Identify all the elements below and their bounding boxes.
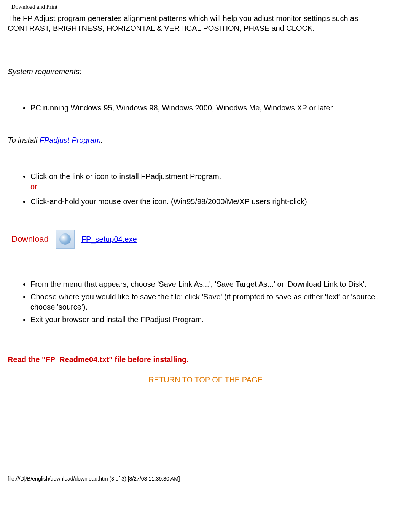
list-item: Exit your browser and install the FPadju… [30, 315, 403, 325]
intro-paragraph: The FP Adjust program generates alignmen… [8, 13, 403, 33]
post-download-list: From the menu that appears, choose 'Save… [8, 272, 403, 325]
install-steps-list: Click on the link or icon to install FPa… [8, 164, 403, 207]
install-heading: To install FPadjust Program: [8, 136, 403, 145]
page-header-small: Download and Print [11, 4, 403, 10]
or-text: or [30, 182, 37, 191]
list-item: Choose where you would like to save the … [30, 292, 403, 312]
setup-file-link[interactable]: FP_setup04.exe [81, 235, 137, 244]
setup-file-icon[interactable] [56, 230, 75, 249]
download-row: Download FP_setup04.exe [11, 230, 403, 249]
list-item: Click-and-hold your mouse over the icon.… [30, 194, 403, 207]
footer-file-path: file:///D|/B/english/download/download.h… [8, 476, 403, 482]
system-requirements-heading: System requirements: [8, 67, 403, 76]
list-item: From the menu that appears, choose 'Save… [30, 272, 403, 289]
list-item: PC running Windows 95, Windows 98, Windo… [30, 95, 403, 113]
system-requirements-list: PC running Windows 95, Windows 98, Windo… [8, 95, 403, 113]
install-heading-suffix: : [101, 136, 103, 144]
install-step-text: Click on the link or icon to install FPa… [30, 172, 221, 181]
return-to-top-link[interactable]: RETURN TO TOP OF THE PAGE [148, 375, 263, 384]
download-label: Download [11, 234, 49, 244]
install-heading-prefix: To install [8, 136, 40, 144]
return-link-wrap: RETURN TO TOP OF THE PAGE [8, 375, 403, 384]
disc-icon [59, 233, 71, 245]
fpadjust-program-link[interactable]: FPadjust Program [40, 136, 101, 144]
readme-warning: Read the "FP_Readme04.txt" file before i… [8, 355, 403, 364]
list-item: Click on the link or icon to install FPa… [30, 164, 403, 192]
